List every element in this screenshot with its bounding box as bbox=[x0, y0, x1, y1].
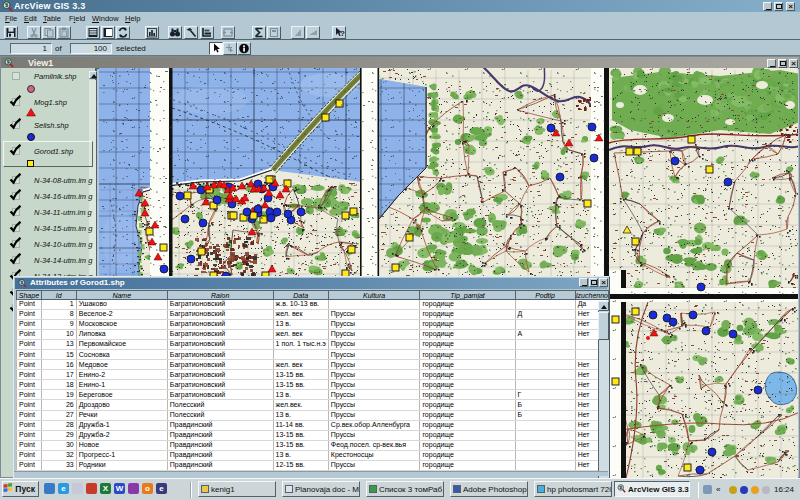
svg-text:?: ? bbox=[340, 29, 345, 38]
